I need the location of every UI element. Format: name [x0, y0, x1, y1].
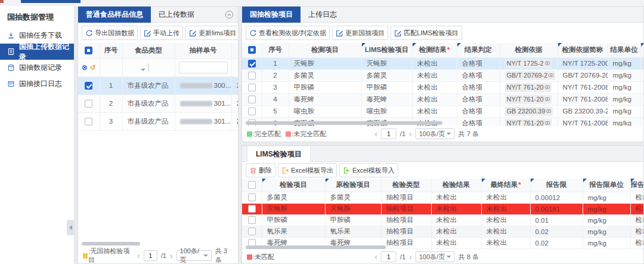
row-checkbox[interactable]	[248, 228, 256, 235]
update-lims-button[interactable]: 更新lims项目	[185, 26, 239, 40]
basis-chip[interactable]: GB 23200.39	[505, 107, 553, 116]
food-type-filter-select[interactable]	[148, 63, 149, 72]
total-count: 共 8 条	[459, 253, 479, 262]
row-checkbox[interactable]	[248, 108, 256, 115]
sample-info-panel: 普通食品样品信息 已上传数据 导出国抽数据 手动上传 更新lims项目	[78, 6, 239, 264]
horizontal-scrollbar[interactable]	[82, 242, 140, 245]
current-page-input[interactable]: 1	[381, 128, 397, 139]
sidebar-item-label: 国抽上传数据记录	[19, 42, 74, 62]
current-page-input[interactable]: 1	[144, 250, 157, 261]
cell-partial: 2	[231, 112, 238, 130]
page-size-select[interactable]: 100条/页	[416, 251, 455, 262]
cell-original-item: 氧乐果	[325, 226, 381, 237]
sidebar-item-data-records[interactable]: 国抽数据记录	[0, 60, 74, 76]
sample-row[interactable]: 3 市县级农产品 301... 2	[78, 112, 238, 130]
tab-sample-info[interactable]: 普通食品样品信息	[78, 7, 151, 23]
excel-export-icon	[281, 167, 289, 174]
page-size-select[interactable]: 100条/页	[416, 128, 455, 139]
prev-page-button[interactable]	[374, 130, 377, 138]
sidebar: 国抽数据管理 国抽任务下载 国抽上传数据记录 国抽数据记录 国抽接口日志	[0, 6, 75, 264]
row-checkbox[interactable]	[248, 72, 256, 79]
panel-collapse-icon[interactable]	[225, 10, 234, 19]
row-checkbox[interactable]	[85, 82, 92, 90]
row-checkbox[interactable]	[248, 194, 256, 201]
test-item-row[interactable]: 3 甲胺磷 甲胺磷 未检出 合格项 NY/T 761-20 NY/T 761-2…	[242, 81, 643, 93]
lims-item-row[interactable]: 氧乐果 氧乐果 抽检项目 未检出 未检出 0.02 mg/kg 检出限	[242, 226, 643, 237]
col-original-item: 原检验项目	[325, 179, 381, 192]
select-all-checkbox[interactable]	[248, 46, 256, 54]
view-basis-button[interactable]: 查看检测依据/判定依据	[246, 26, 330, 40]
legend-unmatched: 未匹配	[247, 253, 274, 262]
clear-filter-icon[interactable]: ⊗	[82, 63, 88, 72]
tab-upload-log[interactable]: 上传日志	[301, 7, 345, 23]
tab-national-test-items[interactable]: 国抽检验项目	[242, 7, 301, 23]
col-test-item: 检验项目	[262, 179, 325, 192]
row-checkbox[interactable]	[248, 205, 256, 213]
col-limit-unit: 报告限单位	[583, 179, 630, 192]
sidebar-item-upload-records[interactable]: 国抽上传数据记录	[0, 44, 74, 60]
lims-item-row[interactable]: 多菌灵 多菌灵 抽检项目 未检出 未检出 0.00012 mg/kg 检出限	[242, 192, 643, 203]
row-checkbox[interactable]	[248, 216, 256, 224]
basis-chip[interactable]: NY/T 761-20	[505, 95, 552, 104]
view-basis-icon	[249, 29, 257, 37]
basis-chip[interactable]: NY/T 761-20	[505, 83, 552, 92]
reset-filter-icon[interactable]: ↺	[90, 63, 96, 72]
basis-chip[interactable]: GB/T 20769-2	[505, 71, 556, 80]
row-checkbox[interactable]	[85, 100, 92, 108]
excel-template-export-button[interactable]: Excel模板导出	[278, 163, 337, 177]
cell-seq: 4	[262, 93, 289, 105]
col-report-limit: 报告限	[530, 179, 583, 192]
match-lims-items-button[interactable]: 匹配LIMS检验项目	[391, 26, 462, 40]
row-checkbox[interactable]	[248, 96, 256, 103]
sidebar-collapse-handle[interactable]	[67, 220, 75, 235]
row-checkbox[interactable]	[248, 84, 256, 91]
cell-test-item: 灭蝇胺	[289, 57, 361, 69]
export-national-data-button[interactable]: 导出国抽数据	[82, 26, 138, 40]
tab-lims-test-items[interactable]: LIMS检验项目	[247, 146, 311, 162]
cell-report-limit: 0.02	[530, 226, 583, 237]
cell-test-result: 未检出	[412, 93, 457, 105]
lims-item-row[interactable]: 灭蝇胺 灭蝇胺 抽检项目 未检出 未检出 0.00181 mg/kg 检出限	[242, 203, 643, 214]
select-all-checkbox[interactable]	[248, 181, 256, 189]
sample-no-filter-input[interactable]	[179, 62, 228, 73]
select-all-checkbox[interactable]	[85, 47, 92, 54]
basis-detail-icon	[545, 85, 550, 90]
test-item-row[interactable]: 4 毒死蜱 毒死蜱 未检出 合格项 NY/T 761-20 NY/T 761-2…	[242, 93, 643, 105]
horizontal-scrollbar[interactable]	[246, 245, 386, 249]
delete-button[interactable]: 删除	[246, 163, 275, 177]
cell-report-limit: 0.00012	[530, 192, 583, 203]
lims-item-row[interactable]: 甲胺磷 甲胺磷 抽检项目 未检出 未检出 0.01 mg/kg 检出限	[242, 214, 643, 226]
prev-page-button[interactable]	[374, 253, 377, 261]
current-page-input[interactable]: 1	[381, 251, 397, 262]
next-page-button[interactable]	[409, 130, 412, 138]
col-test-result: 检测结果*	[412, 43, 457, 57]
cell-unit: mg/kg	[608, 93, 640, 105]
test-item-row[interactable]: 1 灭蝇胺 灭蝇胺 未检出 合格项 NY/T 1725-2 NY/T 1725-…	[242, 57, 643, 69]
test-item-row[interactable]: 2 多菌灵 多菌灵 未检出 合格项 GB/T 20769-2 GB/T 2076…	[242, 69, 643, 81]
download-icon	[7, 32, 15, 39]
basis-chip[interactable]: NY/T 1725-2	[505, 59, 552, 68]
page-size-select[interactable]: 100条/页	[177, 250, 212, 261]
update-national-items-button[interactable]: 更新国抽项目	[332, 26, 388, 40]
row-checkbox[interactable]	[85, 118, 92, 125]
sample-row[interactable]: 1 市县级农产品 300... 2	[78, 76, 238, 94]
sidebar-item-interface-log[interactable]: 国抽接口日志	[0, 76, 74, 92]
top-edge-strip	[0, 0, 644, 6]
col-test-result: 检验结果	[431, 179, 481, 192]
prev-page-button[interactable]	[137, 251, 140, 260]
next-page-button[interactable]	[409, 253, 412, 261]
manual-upload-button[interactable]: 手动上传	[140, 26, 183, 40]
test-item-row[interactable]: 5 噻虫胺 噻虫胺 未检出 合格项 GB 23200.39 GB 23200.3…	[242, 105, 643, 117]
sample-row[interactable]: 2 市县级农产品 301... 2	[78, 94, 238, 112]
cell-judgement: 合格项	[457, 93, 500, 105]
cell-test-item: 多菌灵	[262, 192, 325, 203]
row-checkbox[interactable]	[248, 60, 256, 67]
cell-test-result: 未检出	[412, 57, 457, 69]
excel-template-import-button[interactable]: Excel模板导入	[339, 163, 398, 177]
tab-uploaded-data[interactable]: 已上传数据	[151, 7, 202, 23]
next-page-button[interactable]	[170, 251, 173, 260]
horizontal-scrollbar[interactable]	[246, 121, 442, 125]
cell-basis-short: NY/T 761-2008	[558, 81, 608, 93]
cell-test-result: 未检出	[412, 69, 457, 81]
edit-icon	[394, 29, 402, 37]
